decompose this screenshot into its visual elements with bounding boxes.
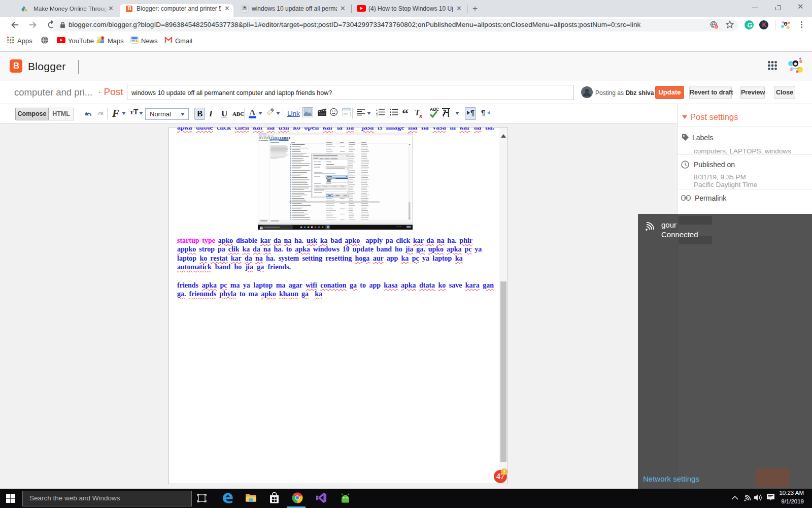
svg-text:3: 3 <box>376 114 378 116</box>
